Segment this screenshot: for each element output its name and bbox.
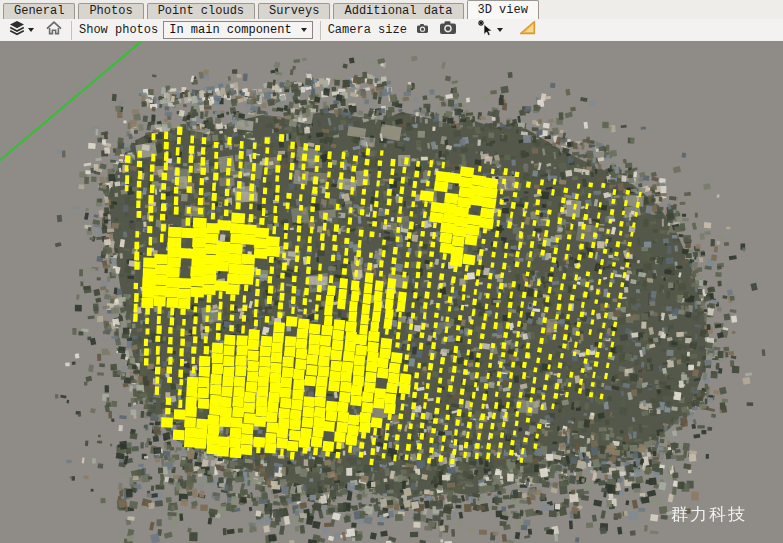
tab-photos[interactable]: Photos xyxy=(78,3,143,19)
layers-icon xyxy=(9,20,25,41)
quality-metrics-button[interactable] xyxy=(517,19,538,41)
toolbar-separator xyxy=(71,21,72,40)
home-view-button[interactable] xyxy=(44,19,64,42)
app-window: General Photos Point clouds Surveys Addi… xyxy=(0,0,783,543)
camera-size-decrease-button[interactable] xyxy=(414,20,431,40)
tab-point-clouds[interactable]: Point clouds xyxy=(147,3,255,19)
tab-general[interactable]: General xyxy=(3,3,75,19)
display-layers-button[interactable] xyxy=(7,19,36,42)
3d-scene-canvas[interactable] xyxy=(0,42,783,543)
photo-filter-value: In main component xyxy=(169,23,291,37)
chevron-down-icon xyxy=(497,28,503,32)
3d-viewport-container xyxy=(0,42,783,543)
camera-large-icon xyxy=(439,20,457,40)
slope-triangle-icon xyxy=(519,20,536,40)
chevron-down-icon xyxy=(28,28,34,32)
chevron-down-icon xyxy=(301,28,307,32)
tab-bar: General Photos Point clouds Surveys Addi… xyxy=(0,0,783,19)
home-icon xyxy=(46,20,62,41)
3d-view-toolbar: Show photos In main component Camera siz… xyxy=(0,19,783,42)
camera-size-label: Camera size xyxy=(328,23,407,37)
pick-navigation-mode-button[interactable] xyxy=(475,18,505,42)
toolbar-separator xyxy=(320,21,321,40)
camera-size-increase-button[interactable] xyxy=(437,19,459,41)
photo-filter-dropdown[interactable]: In main component xyxy=(163,21,312,39)
pick-navigation-icon xyxy=(477,19,494,41)
camera-small-icon xyxy=(416,21,429,39)
tab-3d-view[interactable]: 3D view xyxy=(467,0,539,19)
tab-additional-data[interactable]: Additional data xyxy=(333,3,463,19)
tab-surveys[interactable]: Surveys xyxy=(258,3,330,19)
show-photos-label: Show photos xyxy=(79,23,158,37)
